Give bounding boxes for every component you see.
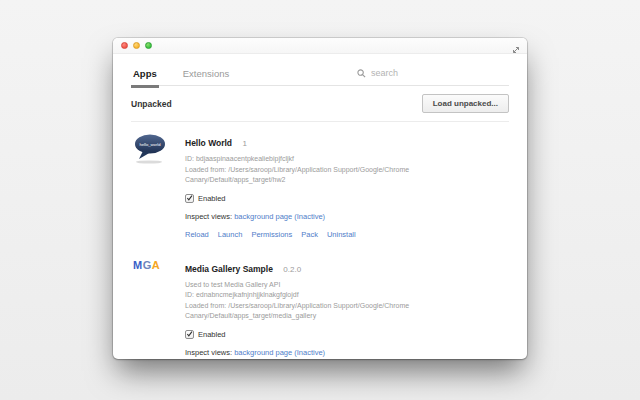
uninstall-link[interactable]: Uninstall: [327, 230, 356, 239]
mga-letter-g: G: [143, 259, 152, 271]
window-controls: [121, 42, 152, 49]
app-window: Apps Extensions Unpacked Load unpacked..…: [113, 38, 527, 359]
enabled-label: Enabled: [198, 330, 226, 339]
check-icon: [186, 330, 193, 338]
inspect-views-row: Inspect views: background page (Inactive…: [185, 212, 509, 221]
tab-apps[interactable]: Apps: [131, 63, 159, 85]
tab-bar: Apps Extensions: [131, 54, 509, 86]
app-loaded-from: Loaded from: /Users/saroop/Library/Appli…: [185, 301, 509, 322]
enabled-row: Enabled: [185, 330, 509, 339]
resize-icon[interactable]: [511, 41, 521, 51]
enabled-label: Enabled: [198, 194, 226, 203]
app-name: Media Gallery Sample: [185, 264, 273, 274]
app-name: Hello World: [185, 138, 232, 148]
app-version: 1: [243, 139, 247, 148]
unpacked-title: Unpacked: [131, 99, 172, 109]
mga-letter-m: M: [133, 259, 143, 271]
reload-link[interactable]: Reload: [185, 230, 209, 239]
app-version: 0.2.0: [283, 265, 301, 274]
inspect-views-label: Inspect views:: [185, 348, 232, 357]
app-details: Hello World 1 ID: bdjaaspinaacentpkealie…: [185, 132, 509, 239]
enabled-row: Enabled: [185, 194, 509, 203]
search-input[interactable]: [371, 68, 441, 78]
app-title-row: Media Gallery Sample 0.2.0: [185, 258, 509, 276]
load-unpacked-button[interactable]: Load unpacked...: [422, 94, 509, 113]
tab-extensions[interactable]: Extensions: [181, 63, 231, 85]
enabled-checkbox[interactable]: [185, 194, 194, 203]
background-page-link[interactable]: background page (Inactive): [234, 348, 325, 357]
close-button[interactable]: [121, 42, 128, 49]
zoom-button[interactable]: [145, 42, 152, 49]
svg-text:hello_world: hello_world: [139, 142, 161, 147]
app-id: ID: ednabncmejkafnjnhjjklnakgfglojdf: [185, 290, 509, 301]
pack-link[interactable]: Pack: [301, 230, 318, 239]
titlebar: [113, 38, 527, 54]
page-content: Apps Extensions Unpacked Load unpacked..…: [113, 54, 527, 359]
inspect-views-label: Inspect views:: [185, 212, 232, 221]
permissions-link[interactable]: Permissions: [251, 230, 292, 239]
app-loaded-from: Loaded from: /Users/saroop/Library/Appli…: [185, 165, 509, 186]
speech-bubble-icon: hello_world: [131, 133, 171, 167]
background-page-link[interactable]: background page (Inactive): [234, 212, 325, 221]
enabled-checkbox[interactable]: [185, 330, 194, 339]
search-box: [357, 68, 441, 85]
app-details: Media Gallery Sample 0.2.0 Used to test …: [185, 258, 509, 360]
app-actions: Reload Launch Permissions Pack Uninstall: [185, 230, 509, 239]
app-id: ID: bdjaaspinaacentpkealiebipjfcljkf: [185, 154, 509, 165]
media-gallery-icon: MGA: [131, 258, 185, 360]
unpacked-section-header: Unpacked Load unpacked...: [131, 86, 509, 122]
hello-world-icon: hello_world: [131, 132, 185, 239]
mga-letter-a: A: [152, 259, 160, 271]
app-entry-media-gallery: MGA Media Gallery Sample 0.2.0 Used to t…: [131, 248, 509, 360]
desktop: { "window": { "controls": { "close": "cl…: [0, 0, 640, 400]
launch-link[interactable]: Launch: [218, 230, 243, 239]
app-description: Used to test Media Gallery API: [185, 280, 509, 291]
search-icon: [357, 69, 366, 78]
inspect-views-row: Inspect views: background page (Inactive…: [185, 348, 509, 357]
mga-logo-icon: MGA: [131, 259, 185, 271]
app-entry-hello-world: hello_world Hello World 1 ID: bdjaaspina…: [131, 122, 509, 248]
minimize-button[interactable]: [133, 42, 140, 49]
app-title-row: Hello World 1: [185, 132, 509, 150]
check-icon: [186, 194, 193, 202]
